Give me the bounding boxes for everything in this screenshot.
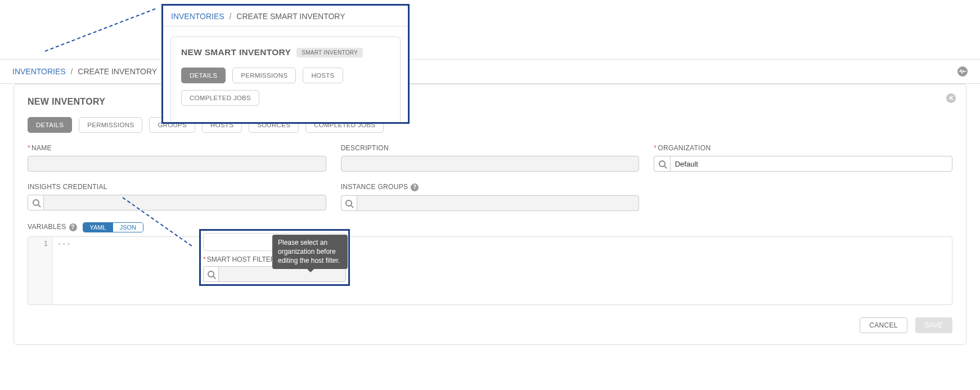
breadcrumb-separator: / (71, 67, 73, 76)
yaml-toggle[interactable]: YAML (83, 223, 113, 232)
smart-inventory-tabs: DETAILS PERMISSIONS HOSTS COMPLETED JOBS (181, 68, 390, 106)
search-icon (345, 200, 352, 207)
activity-stream-icon[interactable] (957, 66, 968, 77)
tab-details[interactable]: DETAILS (181, 68, 226, 83)
tab-permissions[interactable]: PERMISSIONS (232, 68, 296, 83)
description-input[interactable] (341, 156, 640, 172)
insights-input[interactable] (43, 195, 326, 210)
code-content: --- (53, 237, 952, 304)
breadcrumb-inventories-link[interactable]: INVENTORIES (171, 12, 224, 21)
main-breadcrumb-bar: INVENTORIES / CREATE INVENTORY (0, 59, 980, 84)
breadcrumb-current: CREATE INVENTORY (78, 67, 157, 76)
panel-title: NEW SMART INVENTORY (181, 47, 291, 57)
tab-completed-jobs[interactable]: COMPLETED JOBS (181, 90, 259, 106)
breadcrumb-inventories-link[interactable]: INVENTORIES (12, 67, 66, 76)
organization-input[interactable] (670, 156, 952, 172)
insights-lookup-button[interactable] (28, 195, 43, 210)
instance-groups-input[interactable] (357, 195, 639, 211)
cancel-button[interactable]: CANCEL (860, 317, 907, 333)
tab-hosts[interactable]: HOSTS (303, 68, 343, 83)
insights-label: INSIGHTS CREDENTIAL (28, 183, 326, 191)
tab-details[interactable]: DETAILS (28, 117, 72, 133)
breadcrumb-current: CREATE SMART INVENTORY (236, 12, 345, 21)
search-icon (208, 271, 214, 277)
close-icon[interactable]: ✕ (946, 93, 956, 103)
variables-label: VARIABLES? (28, 223, 77, 231)
breadcrumb-separator: / (230, 12, 232, 21)
callout-smart-inventory: INVENTORIES / CREATE SMART INVENTORY NEW… (161, 4, 410, 124)
breadcrumb: INVENTORIES / CREATE SMART INVENTORY (163, 6, 408, 26)
json-toggle[interactable]: JSON (113, 223, 143, 232)
search-icon (659, 160, 666, 167)
tab-permissions[interactable]: PERMISSIONS (79, 117, 142, 133)
instance-groups-lookup-button[interactable] (341, 195, 357, 211)
variables-editor[interactable]: 1 --- (28, 236, 952, 305)
organization-label: *ORGANIZATION (654, 144, 952, 152)
help-icon[interactable]: ? (411, 183, 419, 191)
save-button[interactable]: SAVE (915, 317, 952, 333)
breadcrumb: INVENTORIES / CREATE INVENTORY (12, 67, 157, 76)
smart-inventory-badge: SMART INVENTORY (296, 48, 363, 57)
smart-host-filter-lookup-button[interactable] (203, 266, 218, 282)
instance-groups-label: INSTANCE GROUPS? (341, 183, 640, 191)
search-icon (33, 199, 39, 206)
organization-lookup-button[interactable] (654, 156, 669, 172)
new-inventory-card: ✕ NEW INVENTORY DETAILS PERMISSIONS GROU… (14, 84, 966, 345)
name-input[interactable] (28, 156, 326, 172)
name-label: *NAME (28, 144, 326, 152)
code-gutter: 1 (28, 237, 53, 304)
help-icon[interactable]: ? (69, 223, 77, 231)
tooltip: Please select an organization before edi… (272, 235, 348, 269)
format-toggle: YAML JSON (83, 222, 143, 232)
description-label: DESCRIPTION (341, 144, 640, 152)
